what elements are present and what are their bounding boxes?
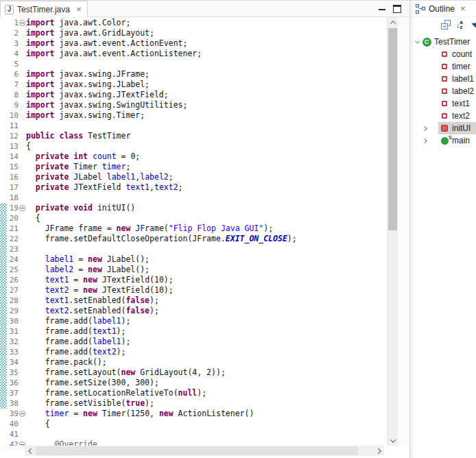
line-number[interactable]: 42: [7, 439, 19, 446]
folding-ruler[interactable]: [19, 367, 25, 378]
outline-item-count[interactable]: count: [412, 48, 476, 60]
code-line[interactable]: 22 frame.setDefaultCloseOperation(JFrame…: [0, 234, 387, 244]
code-line[interactable]: 29 text2.setEnabled(false);: [0, 306, 387, 316]
horizontal-scrollbar-thumb[interactable]: [36, 446, 358, 455]
folding-ruler[interactable]: [19, 28, 25, 38]
line-number[interactable]: 22: [7, 234, 19, 244]
code-line[interactable]: 4import java.awt.event.ActionListener;: [0, 49, 387, 59]
code-line[interactable]: 38 frame.setVisible(true);: [0, 398, 387, 409]
line-number[interactable]: 35: [7, 367, 19, 378]
code-line[interactable]: 37 frame.setLocationRelativeTo(null);: [0, 388, 387, 398]
folding-ruler[interactable]: [19, 213, 25, 224]
folding-ruler[interactable]: [19, 409, 25, 419]
line-number[interactable]: 39: [7, 409, 19, 419]
scroll-down-button[interactable]: [388, 435, 398, 446]
code-line[interactable]: 42 @Override: [0, 439, 387, 446]
line-number[interactable]: 30: [7, 316, 19, 326]
folding-ruler[interactable]: [19, 193, 25, 203]
horizontal-scrollbar[interactable]: [25, 446, 384, 456]
folding-ruler[interactable]: [19, 152, 25, 162]
maximize-icon[interactable]: [393, 5, 401, 13]
code-line[interactable]: 28 text1.setEnabled(false);: [0, 296, 387, 306]
folding-ruler[interactable]: [19, 429, 25, 439]
code-line[interactable]: 30 frame.add(label1);: [0, 316, 387, 326]
line-number[interactable]: 2: [7, 28, 19, 38]
code-line[interactable]: 7import javax.swing.JLabel;: [0, 80, 387, 90]
code-line[interactable]: 24 label1 = new JLabel();: [0, 254, 387, 265]
line-number[interactable]: 38: [7, 398, 19, 409]
code-line[interactable]: 33 frame.add(text2);: [0, 347, 387, 357]
folding-ruler[interactable]: [19, 244, 25, 254]
line-number[interactable]: 23: [7, 244, 19, 254]
folding-ruler[interactable]: [19, 172, 25, 182]
editor-tab-testtimer[interactable]: J TestTimer.java ×: [0, 1, 88, 17]
fold-collapse-icon[interactable]: [19, 205, 25, 211]
line-number[interactable]: 15: [7, 162, 19, 172]
collapse-all-icon[interactable]: [441, 20, 451, 29]
line-number[interactable]: 3: [7, 38, 19, 49]
code-line[interactable]: 35 frame.setLayout(new GridLayout(4, 2))…: [0, 367, 387, 378]
folding-ruler[interactable]: [19, 38, 25, 49]
expand-arrow-icon[interactable]: [414, 40, 420, 44]
fold-collapse-icon[interactable]: [19, 20, 25, 26]
scroll-up-button[interactable]: [388, 17, 398, 27]
folding-ruler[interactable]: [19, 326, 25, 337]
folding-ruler[interactable]: [19, 18, 25, 28]
folding-ruler[interactable]: [19, 306, 25, 316]
minimize-icon[interactable]: [379, 9, 385, 10]
line-number[interactable]: 37: [7, 388, 19, 398]
line-number[interactable]: 36: [7, 378, 19, 388]
sort-icon[interactable]: ↓az: [456, 20, 466, 29]
code-line[interactable]: 23: [0, 244, 387, 254]
line-number[interactable]: 40: [7, 419, 19, 429]
folding-ruler[interactable]: [19, 419, 25, 429]
outline-item-label1[interactable]: label1: [412, 73, 476, 85]
folding-ruler[interactable]: [19, 398, 25, 409]
outline-tab[interactable]: Outline ×: [412, 1, 476, 17]
line-number[interactable]: 5: [7, 59, 19, 69]
folding-ruler[interactable]: [19, 121, 25, 131]
line-number[interactable]: 1: [7, 18, 19, 28]
code-editor[interactable]: 1import java.awt.Color;2import java.awt.…: [0, 17, 388, 446]
folding-ruler[interactable]: [19, 69, 25, 80]
line-number[interactable]: 14: [7, 152, 19, 162]
scroll-left-button[interactable]: [25, 446, 35, 456]
line-number[interactable]: 7: [7, 80, 19, 90]
code-line[interactable]: 6import javax.swing.JFrame;: [0, 69, 387, 80]
code-line[interactable]: 20 {: [0, 213, 387, 224]
code-line[interactable]: 41: [0, 429, 387, 439]
filter-icon[interactable]: [471, 20, 476, 29]
line-number[interactable]: 11: [7, 121, 19, 131]
outline-close-icon[interactable]: ×: [460, 3, 466, 14]
outline-item-main[interactable]: Smain: [412, 134, 476, 147]
code-line[interactable]: 1import java.awt.Color;: [0, 18, 387, 28]
code-line[interactable]: 25 label2 = new JLabel();: [0, 265, 387, 275]
code-line[interactable]: 9import javax.swing.SwingUtilities;: [0, 100, 387, 110]
folding-ruler[interactable]: [19, 131, 25, 141]
folding-ruler[interactable]: [19, 316, 25, 326]
folding-ruler[interactable]: [19, 275, 25, 285]
line-number[interactable]: 12: [7, 131, 19, 141]
line-number[interactable]: 25: [7, 265, 19, 275]
code-line[interactable]: 8import javax.swing.JTextField;: [0, 90, 387, 100]
line-number[interactable]: 4: [7, 49, 19, 59]
outline-item-timer[interactable]: timer: [412, 60, 476, 73]
code-line[interactable]: 14 private int count = 0;: [0, 152, 387, 162]
code-line[interactable]: 16 private JLabel label1,label2;: [0, 172, 387, 182]
folding-ruler[interactable]: [19, 90, 25, 100]
line-number[interactable]: 33: [7, 347, 19, 357]
code-line[interactable]: 32 frame.add(label1);: [0, 337, 387, 347]
line-number[interactable]: 17: [7, 182, 19, 193]
line-number[interactable]: 21: [7, 224, 19, 234]
folding-ruler[interactable]: [19, 254, 25, 265]
folding-ruler[interactable]: [19, 337, 25, 347]
folding-ruler[interactable]: [19, 347, 25, 357]
outline-item-label2[interactable]: label2: [412, 85, 476, 97]
code-line[interactable]: 2import java.awt.GridLayout;: [0, 28, 387, 38]
code-line[interactable]: 34 frame.pack();: [0, 357, 387, 367]
code-line[interactable]: 12public class TestTimer: [0, 131, 387, 141]
line-number[interactable]: 8: [7, 90, 19, 100]
code-line[interactable]: 5: [0, 59, 387, 69]
line-number[interactable]: 26: [7, 275, 19, 285]
code-line[interactable]: 13{: [0, 141, 387, 152]
